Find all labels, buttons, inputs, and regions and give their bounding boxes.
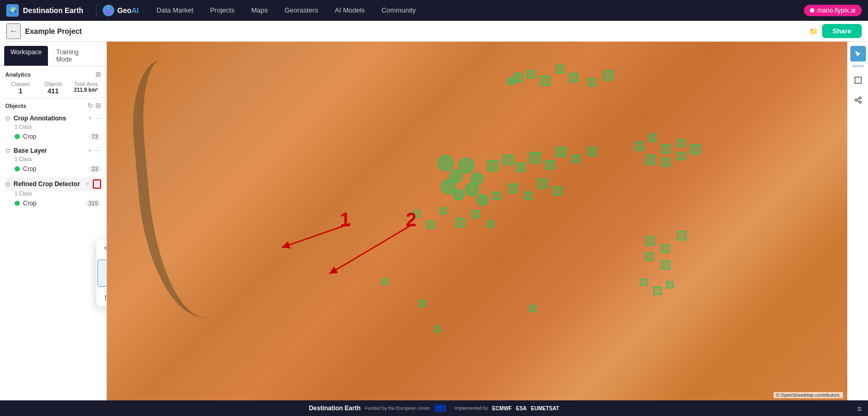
hamburger-menu[interactable]: ☰ — [857, 406, 862, 412]
workspace-tabs: Workspace Training Mode — [0, 42, 106, 66]
layer-base-menu[interactable]: ⋯ — [95, 147, 101, 154]
classes-label: Classes — [5, 81, 36, 87]
svg-rect-4 — [556, 66, 564, 73]
layer-refined-header[interactable]: ⊙ Refined Crop Detector + ⋯ — [5, 177, 101, 191]
analytics-classes: Classes 1 — [5, 81, 36, 95]
layer-stack-icon: ⊙ — [5, 115, 10, 122]
svg-rect-19 — [588, 147, 596, 155]
svg-point-11 — [471, 173, 483, 185]
layer-crop-annotations-add[interactable]: + — [88, 115, 92, 122]
context-export-geojson[interactable]: ↑ Export as GeoJSON — [97, 260, 107, 287]
svg-rect-18 — [572, 155, 579, 163]
svg-point-10 — [459, 158, 474, 173]
class-item-base: Crop 23 — [5, 164, 101, 174]
svg-rect-39 — [646, 155, 655, 165]
nav-links: Data Market Projects Maps Georasters AI … — [149, 4, 804, 16]
class-count-crop: 73 — [89, 133, 101, 140]
layer-group-crop-annotations: ⊙ Crop Annotations + ⋯ 1 Class Crop 73 — [5, 113, 101, 142]
svg-rect-26 — [524, 192, 532, 199]
project-bar: ← Example Project 📁 Share — [0, 21, 868, 42]
layer-refined-menu[interactable]: ⋯ — [93, 179, 101, 189]
tab-workspace[interactable]: Workspace — [4, 46, 48, 66]
svg-rect-54 — [530, 305, 536, 312]
svg-rect-59 — [855, 77, 861, 83]
svg-rect-33 — [472, 211, 479, 218]
area-label: Total Area — [70, 81, 101, 87]
sidebar: Workspace Training Mode Analytics ⊞ Clas… — [0, 42, 107, 400]
main-layout: Workspace Training Mode Analytics ⊞ Clas… — [0, 42, 868, 400]
nav-ai-models[interactable]: AI Models — [327, 4, 372, 16]
svg-rect-13 — [504, 155, 513, 165]
svg-rect-27 — [537, 179, 547, 188]
select-tool-button[interactable] — [850, 46, 866, 62]
nav-divider — [96, 4, 96, 17]
base-class-count: 23 — [89, 165, 101, 173]
context-rename[interactable]: ✎ Rename — [96, 240, 107, 259]
classes-value: 1 — [5, 87, 36, 95]
svg-rect-1 — [527, 71, 534, 78]
nav-georasters[interactable]: Georasters — [277, 4, 325, 16]
nav-maps[interactable]: Maps — [244, 4, 275, 16]
vector-tool-button[interactable] — [850, 72, 866, 88]
layer-toggle-button[interactable]: ⊞ — [4, 381, 20, 396]
svg-rect-37 — [662, 144, 670, 153]
svg-line-56 — [329, 224, 414, 274]
geoai-logo[interactable]: GeoAI — [103, 5, 139, 16]
eu-flag: 🇪🇺 — [434, 405, 446, 412]
analytics-grid: Classes 1 Objects 411 Total Area 211.9 k… — [5, 81, 101, 95]
layer-group-refined: ⊙ Refined Crop Detector + ⋯ 1 Class Crop… — [5, 177, 101, 209]
tab-training-mode[interactable]: Training Mode — [50, 46, 102, 66]
base-layer-icon: ⊙ — [5, 147, 10, 154]
context-delete[interactable]: 🗑 Delete — [96, 288, 107, 307]
select-tool-label: Select — [852, 64, 863, 68]
share-button[interactable]: Share — [822, 24, 862, 38]
user-profile[interactable]: mario.flypix.ai — [804, 5, 862, 16]
svg-rect-15 — [530, 152, 540, 163]
add-group-icon[interactable]: ⊞ — [95, 102, 101, 109]
svg-rect-3 — [540, 76, 549, 85]
analytics-icon[interactable]: ⊞ — [95, 70, 101, 78]
svg-rect-14 — [517, 163, 525, 172]
layer-base-header[interactable]: ⊙ Base Layer + ⋯ — [5, 145, 101, 156]
svg-rect-52 — [419, 300, 425, 307]
map-area[interactable]: 1 2 © OpenStreetMap contributors. — [107, 42, 847, 400]
map-river — [127, 53, 264, 322]
context-menu: ✎ Rename ↑ Export as GeoJSON 🗑 Delete — [96, 240, 107, 307]
eumetsat-logo: EUMETSAT — [531, 406, 559, 411]
layer-refined-add[interactable]: + — [86, 180, 90, 188]
svg-text:2: 2 — [406, 209, 416, 230]
area-value: 211.9 km² — [70, 87, 101, 93]
layer-crop-annotations-header[interactable]: ⊙ Crop Annotations + ⋯ — [5, 113, 101, 124]
bottom-partners: Implemented by ECMWF ESA EUMETSAT — [455, 406, 559, 411]
nav-community[interactable]: Community — [374, 4, 423, 16]
svg-point-61 — [855, 99, 857, 101]
svg-rect-25 — [509, 184, 517, 192]
svg-point-9 — [449, 170, 462, 182]
folder-icon[interactable]: 📁 — [809, 27, 818, 35]
layer-base-add[interactable]: + — [88, 147, 92, 154]
svg-rect-53 — [435, 326, 440, 332]
layer-crop-annotations-menu[interactable]: ⋯ — [95, 115, 101, 122]
nav-projects[interactable]: Projects — [203, 4, 242, 16]
implemented-by: Implemented by — [455, 406, 488, 411]
svg-rect-42 — [691, 144, 700, 154]
objects-label: Objects — [38, 81, 69, 87]
svg-point-22 — [466, 183, 478, 195]
share-tool-button[interactable] — [850, 92, 866, 108]
funded-by: Funded by the European Union — [365, 406, 430, 411]
svg-rect-6 — [588, 79, 595, 86]
svg-rect-16 — [546, 161, 554, 169]
nav-data-market[interactable]: Data Market — [149, 4, 201, 16]
refresh-icon[interactable]: ↻ — [88, 102, 93, 109]
svg-point-60 — [859, 97, 861, 99]
brand-icon: 🌍 — [6, 4, 19, 17]
back-button[interactable]: ← — [6, 23, 21, 39]
bottom-brand-area: Destination Earth Funded by the European… — [309, 405, 446, 412]
svg-rect-35 — [635, 142, 644, 150]
svg-rect-51 — [382, 279, 387, 284]
svg-rect-5 — [569, 74, 578, 82]
analytics-area: Total Area 211.9 km² — [70, 81, 101, 95]
svg-rect-46 — [646, 253, 653, 260]
layer-crop-annotations-class-count: 1 Class — [15, 124, 101, 130]
brand-logo[interactable]: 🌍 Destination Earth — [6, 4, 83, 17]
